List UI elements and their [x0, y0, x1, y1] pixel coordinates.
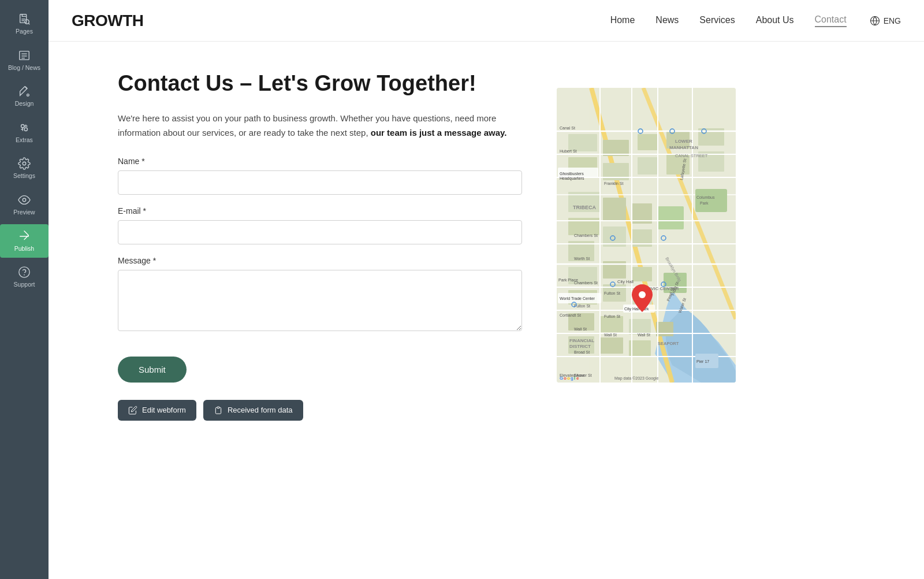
sidebar-item-extras-label: Extras — [16, 136, 33, 144]
nav-services[interactable]: Services — [699, 15, 735, 27]
svg-rect-24 — [603, 198, 626, 221]
svg-line-4 — [28, 23, 29, 24]
message-field-group: Message * — [118, 256, 522, 333]
svg-text:Wall St: Wall St — [604, 333, 617, 337]
svg-text:Columbus: Columbus — [696, 195, 715, 199]
language-label: ENG — [884, 16, 901, 25]
sidebar-item-pages[interactable]: Pages — [0, 7, 49, 41]
svg-rect-42 — [656, 322, 673, 336]
svg-text:o: o — [567, 376, 570, 381]
sidebar: Pages Blog / News Design Extras Settings… — [0, 0, 49, 579]
main-area: GROWTH Home News Services About Us Conta… — [49, 0, 924, 579]
sidebar-item-preview-label: Preview — [13, 209, 35, 216]
edit-webform-button[interactable]: Edit webform — [118, 400, 196, 421]
svg-text:l: l — [574, 376, 575, 381]
map-container: Chambers St Worth St Chambers St Fulton … — [557, 88, 736, 383]
svg-text:Chambers St: Chambers St — [574, 233, 598, 237]
page-title: Contact Us – Let's Grow Together! — [118, 70, 522, 97]
svg-point-9 — [27, 94, 29, 96]
design-icon — [18, 85, 31, 98]
svg-text:Map data ©2023 Google: Map data ©2023 Google — [614, 376, 658, 381]
svg-point-10 — [21, 124, 25, 128]
sidebar-item-extras[interactable]: Extras — [0, 116, 49, 150]
svg-text:Broad St: Broad St — [574, 350, 590, 354]
svg-text:DISTRICT: DISTRICT — [569, 344, 591, 349]
email-input[interactable] — [118, 220, 522, 244]
sidebar-item-settings[interactable]: Settings — [0, 151, 49, 185]
svg-text:SEAPORT: SEAPORT — [658, 341, 679, 346]
sidebar-item-publish[interactable]: Publish — [0, 224, 49, 258]
submit-button[interactable]: Submit — [118, 357, 187, 383]
edit-webform-label: Edit webform — [142, 406, 186, 414]
svg-point-11 — [24, 128, 28, 131]
svg-text:TRIBECA: TRIBECA — [573, 205, 596, 210]
svg-text:Fulton St: Fulton St — [604, 314, 620, 318]
svg-point-12 — [23, 162, 26, 166]
svg-rect-28 — [658, 206, 684, 229]
name-field-group: Name * — [118, 157, 522, 195]
map-section: Chambers St Worth St Chambers St Fulton … — [557, 88, 736, 383]
form-section: Contact Us – Let's Grow Together! We're … — [118, 70, 522, 421]
svg-text:Fulton St: Fulton St — [604, 291, 620, 295]
nav-news[interactable]: News — [655, 15, 679, 27]
svg-text:Canal St: Canal St — [560, 126, 575, 130]
svg-text:Headquarters: Headquarters — [560, 176, 584, 181]
sidebar-item-blog-news[interactable]: Blog / News — [0, 43, 49, 77]
navigation: Home News Services About Us Contact — [610, 14, 847, 27]
pages-icon — [18, 13, 31, 25]
svg-text:Wall St: Wall St — [574, 327, 587, 331]
sidebar-item-settings-label: Settings — [13, 172, 35, 180]
name-input[interactable] — [118, 170, 522, 195]
svg-point-13 — [23, 198, 26, 202]
sidebar-item-preview[interactable]: Preview — [0, 188, 49, 222]
message-textarea[interactable] — [118, 270, 522, 331]
svg-rect-47 — [638, 134, 658, 150]
received-form-data-label: Received form data — [228, 406, 293, 414]
settings-icon — [18, 157, 31, 170]
sidebar-item-support-label: Support — [14, 281, 35, 288]
form-actions: Edit webform Received form data — [118, 400, 522, 421]
support-icon — [18, 266, 31, 279]
globe-icon — [870, 16, 880, 26]
svg-point-3 — [25, 20, 29, 24]
logo: GROWTH — [72, 12, 144, 30]
sidebar-item-design[interactable]: Design — [0, 79, 49, 113]
sidebar-item-support[interactable]: Support — [0, 260, 49, 294]
svg-text:Hubert St: Hubert St — [560, 149, 577, 153]
svg-text:Park: Park — [700, 201, 709, 205]
svg-text:Pier 17: Pier 17 — [696, 359, 709, 363]
svg-text:CANAL STREET: CANAL STREET — [675, 153, 708, 158]
nav-about[interactable]: About Us — [756, 15, 794, 27]
svg-text:World Trade Center: World Trade Center — [560, 296, 595, 300]
message-label: Message * — [118, 256, 522, 265]
svg-text:MANHATTAN: MANHATTAN — [669, 145, 698, 150]
svg-text:G: G — [560, 376, 563, 381]
email-label: E-mail * — [118, 206, 522, 216]
svg-text:FINANCIAL: FINANCIAL — [569, 338, 594, 343]
svg-text:City Hall: City Hall — [617, 279, 634, 284]
svg-rect-45 — [603, 140, 629, 156]
description: We're here to assist you on your path to… — [118, 111, 522, 140]
preview-icon — [18, 194, 31, 206]
svg-text:Cortlandt St: Cortlandt St — [560, 313, 581, 317]
svg-text:Ghostbusters: Ghostbusters — [560, 172, 584, 176]
sidebar-item-pages-label: Pages — [16, 28, 33, 35]
nav-home[interactable]: Home — [610, 15, 635, 27]
name-label: Name * — [118, 157, 522, 166]
sidebar-item-publish-label: Publish — [14, 245, 34, 253]
content-area: Contact Us – Let's Grow Together! We're … — [49, 42, 924, 579]
svg-rect-17 — [217, 407, 219, 409]
publish-icon — [18, 230, 31, 243]
svg-point-121 — [639, 291, 646, 298]
svg-text:o: o — [564, 376, 567, 381]
nav-contact[interactable]: Contact — [815, 14, 847, 27]
sidebar-item-blog-news-label: Blog / News — [8, 64, 40, 72]
svg-rect-48 — [638, 157, 658, 175]
language-selector[interactable]: ENG — [870, 16, 901, 26]
svg-text:Franklin St: Franklin St — [604, 181, 624, 185]
sidebar-item-design-label: Design — [15, 100, 34, 107]
extras-icon — [18, 121, 31, 134]
edit-icon — [128, 406, 137, 415]
received-form-data-button[interactable]: Received form data — [203, 400, 303, 421]
svg-rect-124 — [695, 189, 727, 212]
